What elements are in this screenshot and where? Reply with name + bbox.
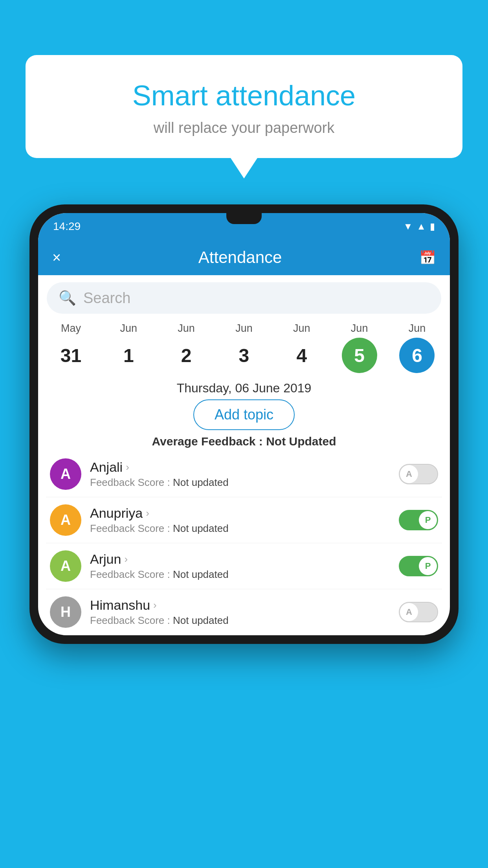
day-number[interactable]: 3 [226,338,262,373]
month-label: Jun [293,322,310,335]
toggle-knob: A [400,603,418,621]
calendar-row: May31Jun1Jun2Jun3Jun4Jun5Jun6 [38,318,450,375]
add-topic-button[interactable]: Add topic [193,399,295,430]
avatar: A [50,504,81,536]
feedback-score: Feedback Score : Not updated [90,614,390,627]
speech-bubble-section: Smart attendance will replace your paper… [26,55,462,158]
month-label: Jun [235,322,253,335]
calendar-date[interactable]: May31 [45,322,96,373]
student-name[interactable]: Arjun› [90,552,390,567]
toggle-knob: A [400,465,418,483]
close-button[interactable]: × [52,249,61,266]
header-title: Attendance [198,248,282,267]
student-info: Anupriya›Feedback Score : Not updated [90,506,390,535]
day-number[interactable]: 4 [284,338,319,373]
student-list: AAnjali›Feedback Score : Not updatedAAAn… [38,451,450,635]
avg-feedback-value: Not Updated [266,435,336,448]
student-row: AAnupriya›Feedback Score : Not updatedP [46,497,442,543]
toggle-container[interactable]: P [399,510,438,530]
status-time: 14:29 [53,220,81,233]
calendar-date[interactable]: Jun4 [276,322,327,373]
student-info: Anjali›Feedback Score : Not updated [90,460,390,489]
student-info: Arjun›Feedback Score : Not updated [90,552,390,581]
calendar-date[interactable]: Jun6 [391,322,442,373]
month-label: Jun [178,322,195,335]
chevron-icon: › [146,507,149,519]
day-number[interactable]: 5 [342,338,377,373]
app-header: × Attendance 📅 [38,240,450,275]
calendar-icon[interactable]: 📅 [419,250,436,265]
bubble-subtitle: will replace your paperwork [45,120,443,136]
day-number[interactable]: 1 [111,338,146,373]
feedback-score: Feedback Score : Not updated [90,476,390,489]
day-number[interactable]: 6 [399,338,435,373]
month-label: Jun [351,322,368,335]
status-icons: ▼ ▲ ▮ [403,221,435,232]
battery-icon: ▮ [430,221,435,232]
attendance-toggle[interactable]: P [399,510,438,530]
signal-icon: ▲ [416,221,426,232]
feedback-score: Feedback Score : Not updated [90,568,390,581]
search-bar[interactable]: 🔍 Search [47,282,441,314]
avg-feedback: Average Feedback : Not Updated [38,435,450,448]
student-row: HHimanshu›Feedback Score : Not updatedA [46,589,442,635]
feedback-score: Feedback Score : Not updated [90,522,390,535]
student-name[interactable]: Himanshu› [90,598,390,613]
avatar: H [50,596,81,628]
phone-notch [226,213,262,224]
day-number[interactable]: 2 [169,338,204,373]
month-label: Jun [409,322,426,335]
student-row: AAnjali›Feedback Score : Not updatedA [46,451,442,497]
attendance-toggle[interactable]: P [399,556,438,576]
student-row: AArjun›Feedback Score : Not updatedP [46,543,442,589]
student-name[interactable]: Anupriya› [90,506,390,521]
avg-feedback-label: Average Feedback : [152,435,262,448]
calendar-date[interactable]: Jun5 [334,322,385,373]
toggle-knob: P [419,511,437,529]
bubble-title: Smart attendance [45,79,443,112]
chevron-icon: › [124,553,128,565]
chevron-icon: › [153,599,157,611]
chevron-icon: › [126,461,129,473]
avatar: A [50,458,81,490]
student-name[interactable]: Anjali› [90,460,390,475]
attendance-toggle[interactable]: A [399,602,438,622]
avatar: A [50,550,81,582]
search-input[interactable]: Search [83,290,130,307]
calendar-date[interactable]: Jun2 [161,322,212,373]
search-icon: 🔍 [59,290,76,306]
student-info: Himanshu›Feedback Score : Not updated [90,598,390,627]
phone-mockup: 14:29 ▼ ▲ ▮ × Attendance 📅 🔍 Search [29,204,459,644]
toggle-container[interactable]: A [399,602,438,622]
day-number[interactable]: 31 [53,338,88,373]
toggle-knob: P [419,557,437,575]
month-label: Jun [120,322,137,335]
toggle-container[interactable]: A [399,464,438,484]
speech-bubble: Smart attendance will replace your paper… [26,55,462,158]
attendance-toggle[interactable]: A [399,464,438,484]
phone-container: 14:29 ▼ ▲ ▮ × Attendance 📅 🔍 Search [29,204,459,868]
phone-screen: 14:29 ▼ ▲ ▮ × Attendance 📅 🔍 Search [38,213,450,635]
month-label: May [61,322,81,335]
selected-date-label: Thursday, 06 June 2019 [38,381,450,395]
wifi-icon: ▼ [403,221,413,232]
calendar-date[interactable]: Jun3 [218,322,270,373]
toggle-container[interactable]: P [399,556,438,576]
calendar-date[interactable]: Jun1 [103,322,154,373]
